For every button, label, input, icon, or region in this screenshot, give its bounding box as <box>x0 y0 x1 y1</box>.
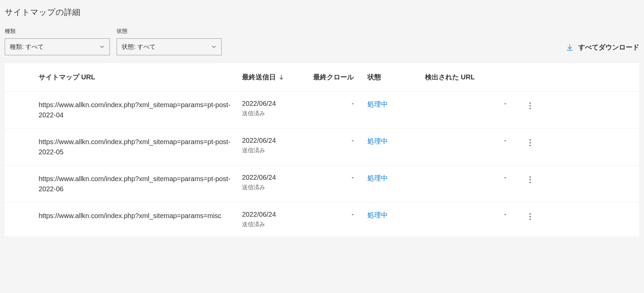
download-icon <box>566 44 573 51</box>
header-last-crawl[interactable]: 最終クロール <box>310 73 367 82</box>
chevron-down-icon <box>211 44 217 50</box>
filter-type-label: 種類 <box>5 28 110 35</box>
date-value: 2022/06/24 <box>242 174 310 181</box>
url-cell: https://www.allkn.com/index.php?xml_site… <box>39 137 242 157</box>
date-status: 送信済み <box>242 220 310 228</box>
date-status: 送信済み <box>242 110 310 117</box>
table-header: サイトマップ URL 最終送信日 最終クロール 状態 検出された URL <box>5 63 639 92</box>
detected-cell: - <box>425 137 520 144</box>
filter-status-group: 状態 状態: すべて <box>117 28 222 55</box>
filters-row: 種類 種類: すべて 状態 状態: すべて すべてダウ <box>5 28 639 55</box>
more-vertical-icon <box>527 174 534 186</box>
header-url[interactable]: サイトマップ URL <box>39 73 242 82</box>
status-cell[interactable]: 処理中 <box>367 137 425 146</box>
status-cell[interactable]: 処理中 <box>367 174 425 183</box>
date-status: 送信済み <box>242 183 310 191</box>
filter-status-value: 状態: すべて <box>122 43 156 51</box>
filter-status-label: 状態 <box>117 28 222 35</box>
date-value: 2022/06/24 <box>242 211 310 218</box>
date-cell: 2022/06/24 送信済み <box>242 211 310 228</box>
table-row[interactable]: https://www.allkn.com/index.php?xml_site… <box>5 129 639 165</box>
date-cell: 2022/06/24 送信済み <box>242 137 310 154</box>
detected-cell: - <box>425 100 520 108</box>
crawl-cell: - <box>310 211 367 218</box>
sitemap-table: サイトマップ URL 最終送信日 最終クロール 状態 検出された URL htt… <box>5 63 639 236</box>
row-actions-button[interactable] <box>520 137 540 149</box>
header-status[interactable]: 状態 <box>367 73 425 82</box>
filter-status-dropdown[interactable]: 状態: すべて <box>117 38 222 55</box>
date-cell: 2022/06/24 送信済み <box>242 174 310 191</box>
status-cell[interactable]: 処理中 <box>367 211 425 220</box>
page-title: サイトマップの詳細 <box>5 7 639 18</box>
row-actions-button[interactable] <box>520 174 540 186</box>
detected-cell: - <box>425 174 520 181</box>
date-value: 2022/06/24 <box>242 100 310 108</box>
status-cell[interactable]: 処理中 <box>367 100 425 109</box>
header-last-sent[interactable]: 最終送信日 <box>242 73 310 82</box>
table-row[interactable]: https://www.allkn.com/index.php?xml_site… <box>5 92 639 129</box>
table-row[interactable]: https://www.allkn.com/index.php?xml_site… <box>5 165 639 202</box>
url-cell: https://www.allkn.com/index.php?xml_site… <box>39 174 242 194</box>
crawl-cell: - <box>310 137 367 144</box>
date-cell: 2022/06/24 送信済み <box>242 100 310 117</box>
row-actions-button[interactable] <box>520 211 540 223</box>
download-all-button[interactable]: すべてダウンロード <box>566 39 639 55</box>
crawl-cell: - <box>310 174 367 181</box>
url-cell: https://www.allkn.com/index.php?xml_site… <box>39 100 242 120</box>
date-status: 送信済み <box>242 146 310 154</box>
url-cell: https://www.allkn.com/index.php?xml_site… <box>39 211 242 221</box>
more-vertical-icon <box>527 137 534 149</box>
crawl-cell: - <box>310 100 367 108</box>
more-vertical-icon <box>527 211 534 223</box>
more-vertical-icon <box>527 100 534 112</box>
download-all-label: すべてダウンロード <box>578 43 639 52</box>
date-value: 2022/06/24 <box>242 137 310 144</box>
row-actions-button[interactable] <box>520 100 540 112</box>
header-detected-urls[interactable]: 検出された URL <box>425 73 520 82</box>
sort-down-icon <box>279 75 284 80</box>
filter-type-value: 種類: すべて <box>10 43 44 51</box>
table-row[interactable]: https://www.allkn.com/index.php?xml_site… <box>5 202 639 236</box>
detected-cell: - <box>425 211 520 218</box>
chevron-down-icon <box>99 44 105 50</box>
filter-type-group: 種類 種類: すべて <box>5 28 110 55</box>
filter-type-dropdown[interactable]: 種類: すべて <box>5 38 110 55</box>
table-body: https://www.allkn.com/index.php?xml_site… <box>5 92 639 236</box>
